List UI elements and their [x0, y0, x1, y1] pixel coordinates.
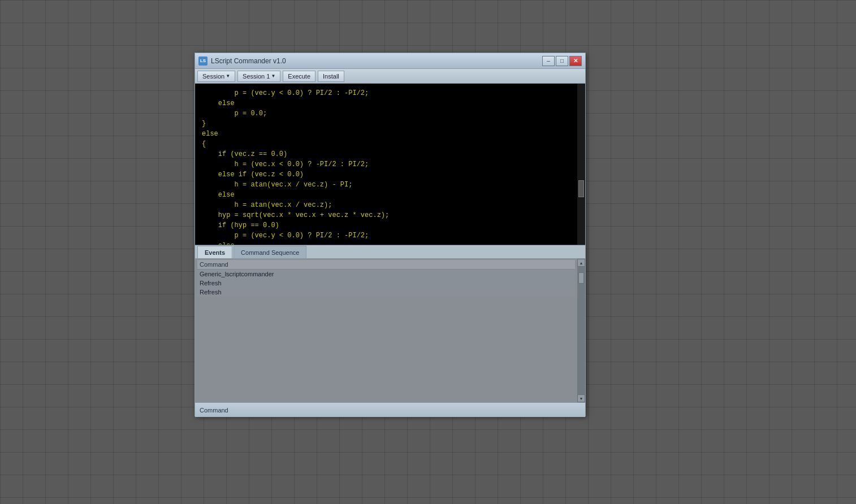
scroll-track[interactable] — [577, 267, 585, 394]
scroll-thumb[interactable] — [578, 272, 584, 284]
minimize-icon: – — [547, 58, 550, 64]
events-area: Command Generic_lscriptcommanderRefreshR… — [195, 259, 585, 402]
code-editor[interactable]: p = (vec.y < 0.0) ? PI/2 : -PI/2; else p… — [195, 84, 585, 245]
window-title: LScript Commander v1.0 — [211, 57, 542, 65]
tab-events-label: Events — [205, 249, 225, 256]
session1-arrow-icon: ▼ — [271, 73, 275, 79]
close-button[interactable]: ✕ — [569, 56, 582, 66]
tab-command-sequence[interactable]: Command Sequence — [234, 246, 306, 258]
execute-button[interactable]: Execute — [283, 71, 315, 82]
minimize-button[interactable]: – — [542, 56, 555, 66]
event-row[interactable]: Generic_lscriptcommander — [197, 270, 575, 279]
command-bar: Command — [195, 402, 585, 417]
scrollbar-track[interactable] — [577, 84, 585, 245]
events-content: Command Generic_lscriptcommanderRefreshR… — [195, 259, 577, 402]
event-row[interactable]: Refresh — [197, 279, 575, 288]
session1-button[interactable]: Session 1 ▼ — [237, 71, 280, 82]
session-button[interactable]: Session ▼ — [197, 71, 235, 82]
code-scrollbar[interactable] — [577, 84, 585, 245]
maximize-icon: □ — [560, 58, 564, 64]
window-controls: – □ ✕ — [542, 56, 582, 66]
app-icon: LS — [198, 57, 207, 66]
events-list: Command Generic_lscriptcommanderRefreshR… — [195, 259, 577, 298]
install-label: Install — [323, 73, 339, 80]
maximize-button[interactable]: □ — [556, 56, 568, 66]
events-scrollbar[interactable]: ▲ ▼ — [577, 259, 585, 402]
event-rows-container: Generic_lscriptcommanderRefreshRefresh — [197, 270, 575, 297]
session-arrow-icon: ▼ — [226, 73, 230, 79]
events-column-header: Command — [197, 260, 575, 270]
toolbar: Session ▼ Session 1 ▼ Execute Install — [195, 69, 585, 84]
command-label: Command — [200, 407, 228, 414]
tab-events[interactable]: Events — [197, 246, 232, 258]
title-bar: LS LScript Commander v1.0 – □ ✕ — [195, 53, 585, 69]
execute-label: Execute — [288, 73, 310, 80]
main-window: LS LScript Commander v1.0 – □ ✕ Session … — [194, 53, 586, 416]
session-label: Session — [202, 73, 224, 80]
tabs-bar: Events Command Sequence — [195, 245, 585, 259]
scroll-up-button[interactable]: ▲ — [577, 259, 585, 267]
tab-command-sequence-label: Command Sequence — [241, 249, 299, 256]
session1-label: Session 1 — [243, 73, 270, 80]
close-icon: ✕ — [573, 58, 578, 64]
scroll-down-button[interactable]: ▼ — [577, 394, 585, 402]
install-button[interactable]: Install — [318, 71, 344, 82]
code-text: p = (vec.y < 0.0) ? PI/2 : -PI/2; else p… — [195, 84, 585, 245]
event-row[interactable]: Refresh — [197, 288, 575, 297]
scrollbar-thumb[interactable] — [578, 180, 584, 197]
